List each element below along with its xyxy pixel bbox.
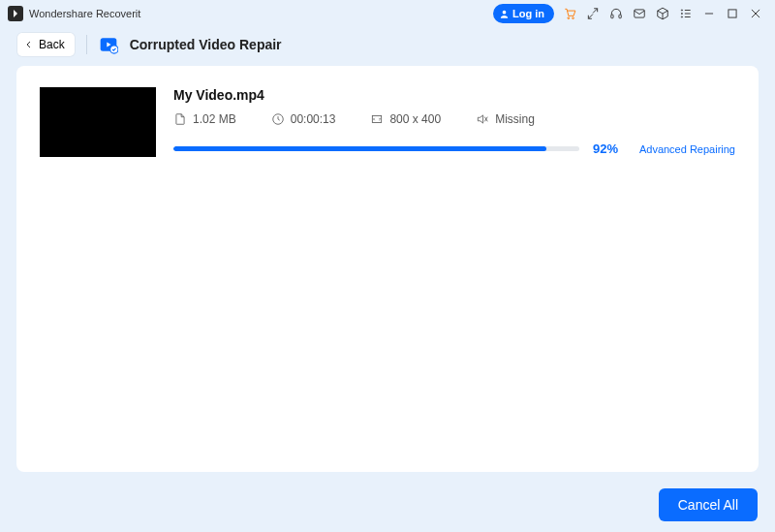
mail-icon[interactable] <box>628 2 651 25</box>
svg-rect-5 <box>635 10 645 17</box>
cancel-all-button[interactable]: Cancel All <box>659 488 758 521</box>
file-name: My Video.mp4 <box>173 87 735 103</box>
arrow-left-icon <box>23 39 35 50</box>
file-size: 1.02 MB <box>173 112 236 126</box>
progress-bar <box>173 146 579 151</box>
titlebar: Wondershare Recoverit Log in <box>0 0 775 27</box>
file-meta-row: 1.02 MB 00:00:13 800 x 400 Missing <box>173 112 735 126</box>
progress-status: Advanced Repairing <box>639 143 735 155</box>
svg-point-7 <box>681 13 682 14</box>
svg-rect-3 <box>611 15 613 18</box>
footer: Cancel All <box>0 478 775 532</box>
file-resolution-value: 800 x 400 <box>389 112 441 126</box>
svg-point-1 <box>568 17 570 19</box>
divider <box>86 35 87 54</box>
dimensions-icon <box>370 112 384 126</box>
file-resolution: 800 x 400 <box>370 112 441 126</box>
maximize-icon[interactable] <box>721 2 744 25</box>
login-button[interactable]: Log in <box>493 4 554 23</box>
subheader: Back Corrupted Video Repair <box>0 27 775 62</box>
list-icon[interactable] <box>674 2 698 25</box>
file-row: My Video.mp4 1.02 MB 00:00:13 800 x 400 … <box>16 66 759 157</box>
file-info: My Video.mp4 1.02 MB 00:00:13 800 x 400 … <box>173 87 735 157</box>
file-duration-value: 00:00:13 <box>291 112 336 126</box>
minimize-icon[interactable] <box>698 2 721 25</box>
progress-percent: 92% <box>593 141 626 156</box>
package-icon[interactable] <box>651 2 674 25</box>
page-title: Corrupted Video Repair <box>130 37 282 52</box>
login-label: Log in <box>512 8 544 19</box>
cart-icon[interactable] <box>558 2 581 25</box>
close-icon[interactable] <box>744 2 767 25</box>
back-button[interactable]: Back <box>17 33 75 56</box>
video-thumbnail <box>40 87 156 157</box>
user-icon <box>499 9 510 19</box>
svg-point-6 <box>681 10 682 11</box>
clock-icon <box>271 112 285 126</box>
app-title: Wondershare Recoverit <box>29 8 140 19</box>
svg-rect-4 <box>619 15 621 18</box>
file-size-value: 1.02 MB <box>193 112 236 126</box>
app-logo <box>8 6 23 21</box>
progress-fill <box>173 146 546 151</box>
file-icon <box>173 112 187 126</box>
progress-row: 92% Advanced Repairing <box>173 141 735 156</box>
video-repair-icon <box>99 35 118 54</box>
svg-rect-13 <box>728 10 736 17</box>
svg-point-8 <box>681 16 682 17</box>
speaker-icon <box>476 112 489 126</box>
svg-point-2 <box>573 17 574 19</box>
import-icon[interactable] <box>581 2 604 25</box>
headphones-icon[interactable] <box>604 2 628 25</box>
main-card: My Video.mp4 1.02 MB 00:00:13 800 x 400 … <box>16 66 759 472</box>
file-duration: 00:00:13 <box>271 112 336 126</box>
file-audio-status-value: Missing <box>495 112 535 126</box>
back-label: Back <box>39 38 65 51</box>
svg-point-0 <box>503 10 507 14</box>
file-audio-status: Missing <box>476 112 535 126</box>
